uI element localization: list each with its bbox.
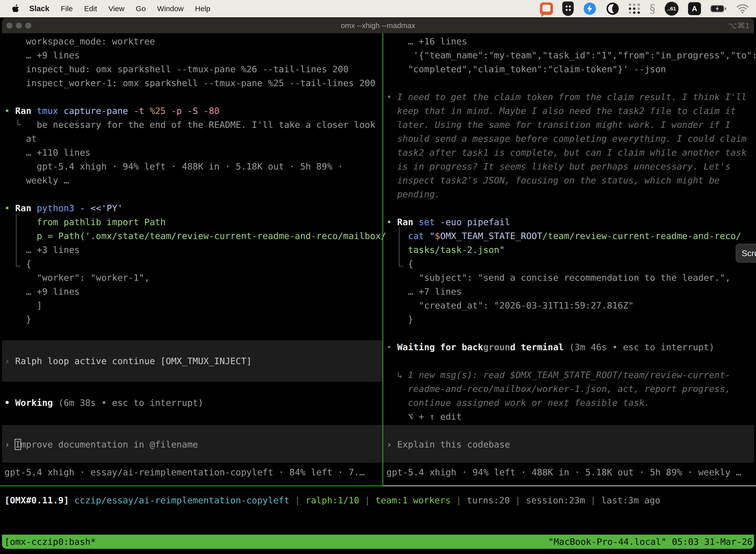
left-pane-line: inspect_worker-1: omx sparkshell --tmux-… <box>4 76 376 90</box>
right-pane-line: '{"team_name":"my-team","task_id":"1","f… <box>386 48 756 62</box>
right-pane-line: … +7 lines <box>386 284 461 298</box>
right-pane-line: tasks/task-2.json" <box>386 243 505 257</box>
desktop: Slack FileEditViewGoWindowHelp § ..61 A <box>0 0 756 554</box>
dots-grid-icon[interactable] <box>629 3 640 14</box>
right-pane-line: keep that in mind. Maybe I also need the… <box>386 104 736 118</box>
omx-status-line: [OMX#0.11.9] cczip/essay/ai-reimplementa… <box>4 493 660 507</box>
left-pane-line: from pathlib import Path <box>4 215 166 229</box>
pane-divider[interactable] <box>382 33 383 486</box>
right-pane-line: { <box>386 257 413 271</box>
left-pane-line: } <box>4 312 31 326</box>
window-shortcut-hint: ⌥⌘1 <box>728 18 750 33</box>
right-pane-line: is in progress? It seems likely but perh… <box>386 159 731 173</box>
left-pane-line: workspace_mode: worktree <box>4 34 155 48</box>
left-pane-line: "worker": "worker-1", <box>4 271 149 285</box>
crescent-icon[interactable] <box>606 2 619 15</box>
left-pane-line: ] <box>4 298 42 313</box>
tmux-session-label: [omx-cczip0:bash* <box>2 535 96 549</box>
right-pane-line: • I need to get the claim token from the… <box>386 90 747 104</box>
menu-item-view[interactable]: View <box>108 4 124 13</box>
menu-item-edit[interactable]: Edit <box>84 4 97 13</box>
right-pane-line: › Explain this codebase <box>386 437 510 451</box>
window-title: omx --xhigh --madmax <box>0 18 756 33</box>
tmux-host-datetime: "MacBook-Pro-44.local" 05:03 31-Mar-26 <box>548 535 754 549</box>
bolt-badge-icon[interactable] <box>583 2 596 15</box>
left-pane-line: • Ran tmux capture-pane -t %25 -p -S -80 <box>4 104 219 118</box>
right-pane-line: • Waiting for background terminal (3m 46… <box>386 340 714 354</box>
right-pane-line: gpt-5.4 xhigh · 94% left · 488K in · 5.1… <box>386 465 741 479</box>
right-pane-line: should send a message before completing … <box>386 131 747 146</box>
input-source-a-icon[interactable]: A <box>688 2 701 15</box>
left-pane-line: weekly … <box>4 173 69 187</box>
right-pane-line: ↳ 1 new msg(s): read $OMX_TEAM_STATE_ROO… <box>386 368 731 382</box>
apple-menu-icon[interactable] <box>12 4 19 13</box>
menu-item-help[interactable]: Help <box>195 4 210 13</box>
right-pane-line: pending. <box>386 187 440 201</box>
battery-icon[interactable] <box>710 4 727 13</box>
left-pane-line: └ be necessary for the end of the README… <box>4 118 376 132</box>
screen-tooltip: Scre <box>736 244 756 263</box>
pane-bottom-border-left <box>0 486 382 486</box>
left-pane-line: … +110 lines <box>4 146 90 160</box>
left-pane-line: p = Path('.omx/state/team/review-current… <box>4 229 386 243</box>
squiggle-icon[interactable]: § <box>649 3 655 14</box>
left-pane-line: gpt-5.4 xhigh · essay/ai-reimplementatio… <box>4 465 365 479</box>
right-pane-line: task2 after task1 is complete, but can I… <box>386 146 747 160</box>
menu-status-icons: § ..61 A <box>540 1 749 16</box>
left-pane-line: inspect_hud: omx sparkshell --tmux-pane … <box>4 62 349 76</box>
right-pane-line: ⌥ + ↑ edit <box>386 409 461 424</box>
shield-icon[interactable] <box>562 1 574 16</box>
left-pane-line: › Improve documentation in @filename <box>4 437 198 451</box>
left-pane-line: … +9 lines <box>4 284 80 298</box>
right-pane-line: } <box>386 312 413 326</box>
right-pane-line: "created_at": "2026-03-31T11:59:27.816Z" <box>386 298 634 313</box>
menu-item-window[interactable]: Window <box>157 4 184 13</box>
usage-61-badge-icon[interactable]: ..61 <box>665 2 679 16</box>
right-pane-line: cat "$OMX_TEAM_STATE_ROOT/team/review-cu… <box>386 229 741 243</box>
tmux-status-bar[interactable]: [omx-cczip0:bash* "MacBook-Pro-44.local"… <box>2 535 754 549</box>
menu-app-name[interactable]: Slack <box>29 4 49 13</box>
right-pane-line: "completed","claim_token":"claim-token"}… <box>386 62 666 76</box>
right-pane-line: later. Using the same for transition mig… <box>386 118 731 132</box>
menu-item-file[interactable]: File <box>61 4 73 13</box>
left-pane-line: … +9 lines <box>4 48 80 62</box>
left-pane-line: • Working (6m 38s • esc to interrupt) <box>4 396 203 410</box>
right-pane-line: • Ran set -euo pipefail <box>386 215 510 229</box>
chat-bubble-icon[interactable] <box>540 2 553 15</box>
menu-bar: Slack FileEditViewGoWindowHelp § ..61 A <box>0 0 756 17</box>
right-pane-line: continue assigned work or next feasible … <box>386 396 650 410</box>
left-pane-line: gpt-5.4 xhigh · 94% left · 488K in · 5.1… <box>4 159 343 173</box>
left-pane-line: at <box>4 131 37 146</box>
left-pane-line: { <box>4 257 31 271</box>
menu-item-go[interactable]: Go <box>136 4 146 13</box>
pane-bottom-border-right <box>383 486 756 486</box>
right-pane-line: readme-and-reco/mailbox/worker-1.json, a… <box>386 382 731 396</box>
left-pane-line: • Ran python3 - <<'PY' <box>4 201 123 215</box>
right-pane-line: inspect task2's JSON, focusing on the st… <box>386 173 720 187</box>
left-pane-line: … +3 lines <box>4 243 80 257</box>
wifi-icon[interactable] <box>736 3 749 14</box>
left-pane-line: › Ralph loop active continue [OMX_TMUX_I… <box>4 354 252 368</box>
right-pane-line: … +16 lines <box>386 34 467 48</box>
right-pane-line: "subject": "send a concise recommendatio… <box>386 271 731 285</box>
